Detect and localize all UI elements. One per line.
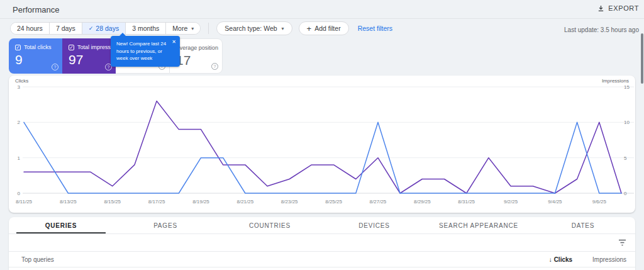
tooltip-close-icon[interactable]: ✕ xyxy=(172,39,176,45)
card-total-clicks[interactable]: ✓Total clicks9? xyxy=(9,38,62,74)
export-label: EXPORT xyxy=(608,4,639,12)
svg-text:5: 5 xyxy=(624,155,627,161)
svg-text:1: 1 xyxy=(18,155,21,161)
card-value: 9 xyxy=(15,52,57,67)
svg-text:8/13/25: 8/13/25 xyxy=(60,199,77,205)
tab-countries[interactable]: COUNTRIES xyxy=(218,217,322,233)
page-title: Performance xyxy=(13,5,59,14)
date-range-label: 24 hours xyxy=(17,25,43,32)
dimensions-panel: QUERIESPAGESCOUNTRIESDEVICESSEARCH APPEA… xyxy=(9,217,635,270)
promo-tooltip: ✕ New! Compare last 24 hours to previous… xyxy=(111,36,180,67)
date-range-group: 24 hours7 days✓28 days3 monthsMore▾ xyxy=(10,22,201,35)
vertical-scrollbar[interactable] xyxy=(641,33,643,84)
export-button[interactable]: EXPORT xyxy=(597,4,639,12)
reset-filters-button[interactable]: Reset filters xyxy=(358,25,392,32)
svg-text:8/23/25: 8/23/25 xyxy=(281,199,298,205)
clicks-header-label: Clicks xyxy=(554,256,572,263)
download-icon xyxy=(597,5,604,12)
card-label: Average position xyxy=(176,45,218,51)
svg-text:10: 10 xyxy=(624,120,630,125)
svg-text:8/11/25: 8/11/25 xyxy=(16,199,33,205)
svg-text:8/21/25: 8/21/25 xyxy=(237,199,254,205)
checkbox-checked-icon[interactable]: ✓ xyxy=(69,45,74,50)
svg-text:8/25/25: 8/25/25 xyxy=(325,199,342,205)
svg-text:9/4/25: 9/4/25 xyxy=(548,199,562,205)
help-icon[interactable]: ? xyxy=(52,64,58,70)
series-line-impressions xyxy=(24,101,621,194)
card-total-impressions[interactable]: ✓Total impressions97? xyxy=(62,38,116,74)
svg-text:0: 0 xyxy=(624,191,627,196)
svg-text:8/29/25: 8/29/25 xyxy=(414,199,431,205)
svg-text:8/15/25: 8/15/25 xyxy=(104,199,121,205)
svg-text:3: 3 xyxy=(18,84,21,90)
date-range-more[interactable]: More▾ xyxy=(166,23,200,34)
dimension-tabs: QUERIESPAGESCOUNTRIESDEVICESSEARCH APPEA… xyxy=(9,217,635,234)
svg-text:8/31/25: 8/31/25 xyxy=(458,199,475,205)
date-range-7-days[interactable]: 7 days xyxy=(50,23,82,34)
table-filter-button[interactable] xyxy=(618,239,626,248)
svg-text:9/2/25: 9/2/25 xyxy=(504,199,518,205)
filter-toolbar: 24 hours7 days✓28 days3 monthsMore▾ Sear… xyxy=(0,19,644,37)
sort-descending-icon: ↓ xyxy=(549,256,552,263)
help-icon[interactable]: ? xyxy=(211,63,218,70)
chevron-down-icon: ▾ xyxy=(191,26,194,31)
tab-search-appearance[interactable]: SEARCH APPEARANCE xyxy=(426,217,531,233)
tab-dates[interactable]: DATES xyxy=(531,217,635,233)
search-type-label: Search type: Web xyxy=(225,25,277,32)
top-queries-header: Top queries xyxy=(9,256,54,263)
last-update-text: Last update: 3.5 hours ago xyxy=(564,26,639,33)
performance-chart[interactable]: 00152103158/11/258/13/258/15/258/17/258/… xyxy=(9,76,635,213)
svg-text:0: 0 xyxy=(18,191,21,196)
tab-devices[interactable]: DEVICES xyxy=(322,217,426,233)
plus-icon: + xyxy=(307,25,312,33)
date-range-label: 28 days xyxy=(96,25,119,32)
search-type-selector[interactable]: Search type: Web ▾ xyxy=(216,21,292,35)
svg-text:15: 15 xyxy=(624,84,630,90)
table-header-row: Top queries ↓Clicks Impressions xyxy=(9,251,635,267)
tab-pages[interactable]: PAGES xyxy=(113,217,218,233)
toolbar-divider xyxy=(208,23,209,34)
date-range-label: More xyxy=(172,25,187,32)
card-label: Total clicks xyxy=(24,44,52,50)
top-header: Performance EXPORT xyxy=(0,0,644,19)
card-value: 97 xyxy=(69,52,111,67)
tab-queries[interactable]: QUERIES xyxy=(9,217,113,233)
impressions-column-header[interactable]: Impressions xyxy=(592,256,626,263)
check-icon: ✓ xyxy=(89,25,94,31)
svg-text:9/6/25: 9/6/25 xyxy=(592,199,607,205)
date-range-24-hours[interactable]: 24 hours xyxy=(11,23,50,34)
filter-icon xyxy=(618,239,626,246)
date-range-label: 3 months xyxy=(132,25,159,32)
checkbox-checked-icon[interactable]: ✓ xyxy=(15,45,21,50)
add-filter-label: Add filter xyxy=(314,25,340,32)
svg-text:8/19/25: 8/19/25 xyxy=(192,199,209,205)
clicks-column-header[interactable]: ↓Clicks xyxy=(549,256,572,263)
chevron-down-icon: ▾ xyxy=(282,26,284,31)
tooltip-arrow xyxy=(119,33,126,36)
date-range-label: 7 days xyxy=(56,25,75,32)
svg-text:2: 2 xyxy=(18,120,21,125)
tooltip-text: New! Compare last 24 hours to previous, … xyxy=(116,41,166,61)
svg-text:8/17/25: 8/17/25 xyxy=(148,199,165,205)
performance-chart-panel: Clicks Impressions 00152103158/11/258/13… xyxy=(9,76,635,213)
add-filter-button[interactable]: + Add filter xyxy=(299,21,349,35)
svg-text:8/27/25: 8/27/25 xyxy=(370,199,387,205)
table-filter-row xyxy=(9,234,635,251)
date-range-3-months[interactable]: 3 months xyxy=(126,23,166,34)
